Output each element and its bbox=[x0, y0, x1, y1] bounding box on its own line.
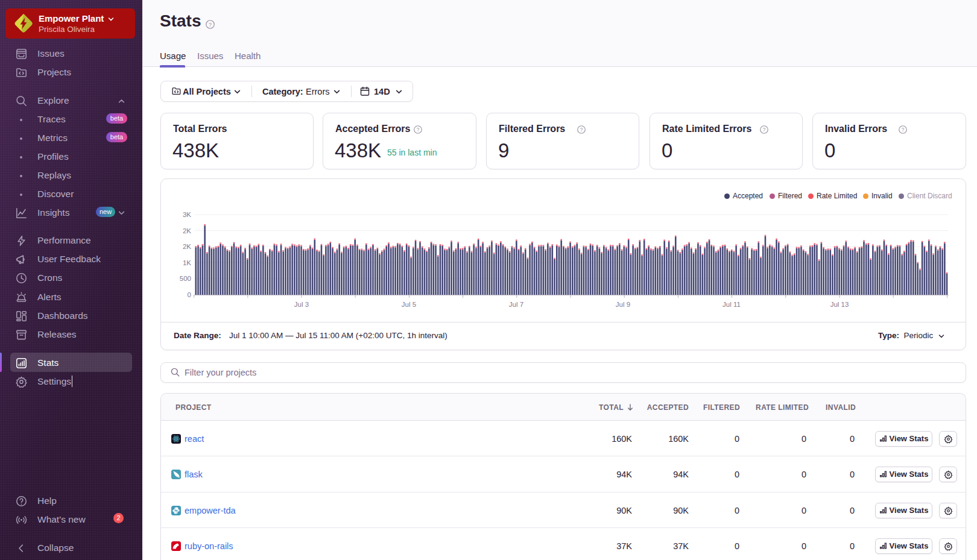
svg-text:Jul 9: Jul 9 bbox=[616, 301, 630, 308]
svg-text:2K: 2K bbox=[183, 227, 191, 234]
svg-text:Jul 13: Jul 13 bbox=[830, 301, 849, 308]
svg-text:Jul 5: Jul 5 bbox=[402, 301, 416, 308]
svg-text:?: ? bbox=[417, 127, 420, 133]
svg-text:Jul 3: Jul 3 bbox=[294, 301, 309, 308]
svg-text:?: ? bbox=[209, 22, 212, 28]
svg-text:500: 500 bbox=[180, 275, 191, 282]
svg-text:1K: 1K bbox=[183, 259, 191, 266]
svg-text:?: ? bbox=[902, 127, 905, 133]
svg-text:2K: 2K bbox=[183, 243, 191, 250]
svg-text:Jul 11: Jul 11 bbox=[722, 301, 741, 308]
svg-text:?: ? bbox=[763, 127, 766, 133]
svg-text:3K: 3K bbox=[183, 211, 191, 218]
svg-text:0: 0 bbox=[188, 291, 191, 298]
svg-text:?: ? bbox=[580, 127, 583, 133]
svg-text:Jul 7: Jul 7 bbox=[509, 301, 523, 308]
